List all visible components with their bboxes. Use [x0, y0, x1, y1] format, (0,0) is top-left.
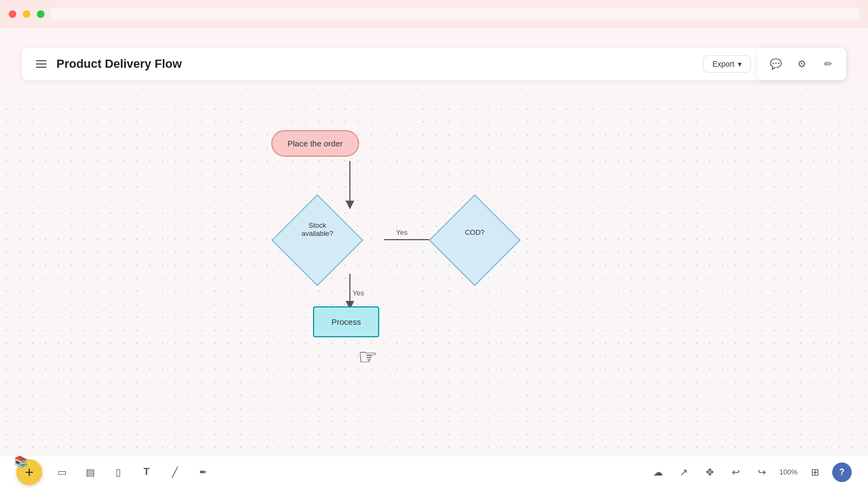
cod-diamond[interactable]: [429, 194, 521, 286]
export-label: Export: [712, 60, 734, 68]
rectangle-tool[interactable]: ▭: [53, 464, 71, 481]
grid-icon[interactable]: ⊞: [806, 464, 824, 481]
line-tool[interactable]: ╱: [166, 464, 183, 481]
main-toolbar: Product Delivery Flow Export ▾ 👥 Share 👤: [22, 48, 846, 80]
move-icon[interactable]: ✥: [701, 464, 719, 481]
chevron-down-icon: ▾: [738, 60, 742, 68]
canvas[interactable]: Yes Yes Place the order Stockavailable? …: [0, 89, 868, 455]
traffic-light-green[interactable]: [37, 10, 44, 18]
card-tool[interactable]: ▯: [110, 464, 127, 481]
yes-label-right: Yes: [396, 228, 408, 236]
edit-icon[interactable]: ✏: [820, 56, 835, 72]
sticker-icon: 📚: [14, 455, 28, 468]
table-tool[interactable]: ▤: [81, 464, 99, 481]
undo-icon[interactable]: ↩: [727, 464, 745, 481]
start-node[interactable]: Place the order: [271, 130, 359, 157]
arrows-svg: Yes Yes: [0, 89, 868, 455]
text-tool[interactable]: T: [138, 464, 155, 481]
cursor-hand: ☞: [358, 344, 378, 369]
right-bottom-tools: ☁ ↗ ✥ ↩ ↪ 100% ⊞ ?: [649, 463, 852, 482]
add-button[interactable]: + 📚: [16, 459, 42, 485]
titlebar-input[interactable]: [51, 8, 859, 21]
cloud-icon[interactable]: ☁: [649, 464, 667, 481]
stock-available-diamond[interactable]: [271, 194, 363, 286]
right-toolbar: 💬 ⚙ ✏: [757, 48, 846, 80]
help-button[interactable]: ?: [832, 463, 852, 482]
process-node[interactable]: Process: [313, 306, 379, 337]
traffic-light-yellow[interactable]: [23, 10, 30, 18]
process-node-label: Process: [331, 317, 361, 326]
menu-icon[interactable]: [33, 55, 50, 73]
pen-tool[interactable]: ✒: [194, 464, 212, 481]
redo-icon[interactable]: ↪: [754, 464, 771, 481]
zoom-label: 100%: [780, 468, 797, 476]
titlebar: [0, 0, 868, 28]
pointer-icon[interactable]: ↗: [675, 464, 693, 481]
export-button[interactable]: Export ▾: [703, 55, 750, 73]
traffic-light-red[interactable]: [9, 10, 16, 18]
comment-icon[interactable]: 💬: [768, 56, 783, 72]
help-label: ?: [839, 467, 845, 477]
start-node-label: Place the order: [288, 139, 343, 148]
settings-icon[interactable]: ⚙: [794, 56, 809, 72]
bottom-toolbar: + 📚 ▭ ▤ ▯ T ╱ ✒ ☁ ↗ ✥ ↩ ↪ 100% ⊞ ?: [0, 455, 868, 488]
diagram-title: Product Delivery Flow: [56, 57, 697, 71]
yes-label-down: Yes: [353, 289, 365, 297]
